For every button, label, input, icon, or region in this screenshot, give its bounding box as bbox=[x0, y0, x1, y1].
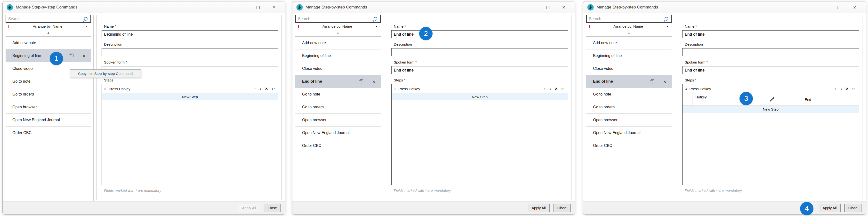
delete-step-icon[interactable]: × bbox=[265, 86, 268, 91]
arrange-bar[interactable]: ! Arrange by: Name ▲ bbox=[6, 23, 91, 30]
add-command-button[interactable]: + bbox=[295, 30, 381, 37]
delete-step-icon[interactable]: × bbox=[846, 86, 848, 91]
minimize-button[interactable] bbox=[821, 5, 825, 9]
new-step-button[interactable]: New Step bbox=[392, 93, 568, 100]
name-input[interactable] bbox=[391, 30, 568, 38]
expander-icon[interactable]: ◢ bbox=[685, 87, 687, 90]
expander-icon[interactable]: ▷ bbox=[104, 87, 106, 90]
search-icon[interactable] bbox=[374, 17, 377, 21]
move-step-down-icon[interactable]: ↓ bbox=[259, 87, 261, 91]
list-item[interactable]: Go to orders bbox=[6, 88, 91, 101]
step-row-press-hotkey[interactable]: ▷ Press Hotkey ↑ ↓ × ↩ bbox=[102, 84, 278, 93]
move-step-up-icon[interactable]: ↑ bbox=[835, 87, 836, 91]
undo-step-icon[interactable]: ↩ bbox=[852, 87, 856, 91]
delete-command-icon[interactable]: × bbox=[83, 53, 86, 58]
collapse-list-icon[interactable]: ▲ bbox=[666, 25, 669, 28]
close-dialog-button[interactable]: Close bbox=[264, 204, 281, 212]
list-item[interactable]: Order CBC bbox=[586, 140, 672, 152]
list-item-selected[interactable]: End of line × bbox=[295, 75, 381, 88]
search-icon[interactable] bbox=[664, 17, 668, 21]
new-step-button[interactable]: New Step bbox=[683, 106, 859, 113]
arrange-bar[interactable]: ! Arrange by: Name ▲ bbox=[586, 23, 672, 30]
spoken-form-label: Spoken form * bbox=[685, 60, 862, 64]
spoken-form-input[interactable] bbox=[391, 66, 568, 74]
apply-all-button[interactable]: Apply All bbox=[819, 204, 841, 212]
description-input[interactable] bbox=[682, 48, 859, 56]
search-input[interactable] bbox=[589, 17, 664, 21]
maximize-button[interactable] bbox=[546, 5, 550, 9]
list-item[interactable]: Add new note bbox=[6, 37, 91, 50]
description-input[interactable] bbox=[101, 48, 278, 56]
maximize-button[interactable] bbox=[837, 5, 841, 9]
add-command-button[interactable]: + bbox=[586, 30, 672, 37]
list-item[interactable]: Beginning of line bbox=[295, 50, 381, 62]
name-input[interactable] bbox=[682, 30, 859, 38]
new-step-button[interactable]: New Step bbox=[102, 93, 278, 100]
list-item-selected[interactable]: Beginning of line × bbox=[6, 50, 91, 62]
list-item[interactable]: Beginning of line bbox=[586, 50, 672, 62]
titlebar[interactable]: Manage Step-by-step Commands × bbox=[292, 1, 575, 13]
search-icon[interactable] bbox=[84, 17, 88, 21]
search-input[interactable] bbox=[8, 17, 84, 21]
add-command-button[interactable]: + bbox=[6, 30, 91, 37]
spoken-form-input[interactable] bbox=[682, 66, 859, 74]
arrange-bar[interactable]: ! Arrange by: Name ▲ bbox=[295, 23, 381, 30]
expander-icon[interactable]: ▷ bbox=[394, 87, 396, 90]
collapse-list-icon[interactable]: ▲ bbox=[375, 25, 378, 28]
name-input[interactable] bbox=[101, 30, 278, 38]
list-item[interactable]: Close video bbox=[586, 62, 672, 75]
list-item[interactable]: Order CBC bbox=[295, 140, 381, 152]
list-item[interactable]: Open browser bbox=[295, 114, 381, 127]
list-item[interactable]: Open browser bbox=[6, 101, 91, 114]
list-item[interactable]: Open New England Journal bbox=[586, 127, 672, 140]
list-item[interactable]: Order CBC bbox=[6, 127, 91, 140]
move-step-down-icon[interactable]: ↓ bbox=[549, 87, 551, 91]
maximize-button[interactable] bbox=[256, 5, 260, 9]
move-step-up-icon[interactable]: ↑ bbox=[254, 87, 256, 91]
list-item[interactable]: Add new note bbox=[586, 37, 672, 50]
annotation-badge-2: 2 bbox=[419, 27, 433, 40]
command-list: Add new note Beginning of line × Close v… bbox=[6, 37, 91, 140]
close-window-icon[interactable]: × bbox=[272, 5, 276, 9]
titlebar[interactable]: Manage Step-by-step Commands × bbox=[3, 1, 285, 13]
collapse-list-icon[interactable]: ▲ bbox=[86, 25, 88, 28]
list-item[interactable]: Close video bbox=[295, 62, 381, 75]
search-input[interactable] bbox=[298, 17, 374, 21]
close-window-icon[interactable]: × bbox=[853, 5, 857, 9]
step-row-press-hotkey[interactable]: ◢ Press Hotkey ↑ ↓ × ↩ bbox=[683, 84, 859, 93]
undo-step-icon[interactable]: ↩ bbox=[272, 87, 275, 91]
arrange-label: Arrange by: Name bbox=[9, 24, 86, 28]
undo-step-icon[interactable]: ↩ bbox=[561, 87, 564, 91]
close-dialog-button[interactable]: Close bbox=[844, 204, 862, 212]
move-step-up-icon[interactable]: ↑ bbox=[544, 87, 546, 91]
copy-command-icon[interactable] bbox=[650, 79, 654, 84]
dialog-footer: Apply All Close bbox=[3, 201, 285, 214]
description-input[interactable] bbox=[391, 48, 568, 56]
edit-hotkey-icon[interactable] bbox=[769, 96, 775, 102]
hotkey-param-cell[interactable]: Hotkey bbox=[692, 93, 742, 106]
minimize-button[interactable] bbox=[240, 5, 244, 9]
close-dialog-button[interactable]: Close bbox=[554, 204, 570, 212]
titlebar[interactable]: Manage Step-by-step Commands × bbox=[583, 1, 866, 13]
list-item-selected[interactable]: End of line × bbox=[586, 75, 672, 88]
list-item[interactable]: Go to orders bbox=[295, 101, 381, 114]
delete-command-icon[interactable]: × bbox=[663, 79, 666, 84]
delete-command-icon[interactable]: × bbox=[372, 79, 375, 84]
apply-all-button[interactable]: Apply All bbox=[238, 204, 260, 212]
list-item[interactable]: Go to orders bbox=[586, 101, 672, 114]
list-item[interactable]: Go to note bbox=[295, 88, 381, 101]
copy-command-icon[interactable] bbox=[69, 54, 73, 58]
delete-step-icon[interactable]: × bbox=[555, 86, 557, 91]
minimize-button[interactable] bbox=[530, 5, 534, 9]
list-item[interactable]: Open New England Journal bbox=[295, 127, 381, 140]
apply-all-button[interactable]: Apply All bbox=[528, 204, 550, 212]
move-step-down-icon[interactable]: ↓ bbox=[840, 87, 842, 91]
list-item[interactable]: Go to note bbox=[586, 88, 672, 101]
command-list: Add new note Beginning of line Close vid… bbox=[586, 37, 672, 152]
list-item[interactable]: Open browser bbox=[586, 114, 672, 127]
close-window-icon[interactable]: × bbox=[562, 5, 566, 9]
list-item[interactable]: Open New England Journal bbox=[6, 114, 91, 127]
step-row-press-hotkey[interactable]: ▷ Press Hotkey ↑ ↓ × ↩ bbox=[392, 84, 568, 93]
copy-command-icon[interactable] bbox=[359, 79, 363, 84]
list-item[interactable]: Add new note bbox=[295, 37, 381, 50]
